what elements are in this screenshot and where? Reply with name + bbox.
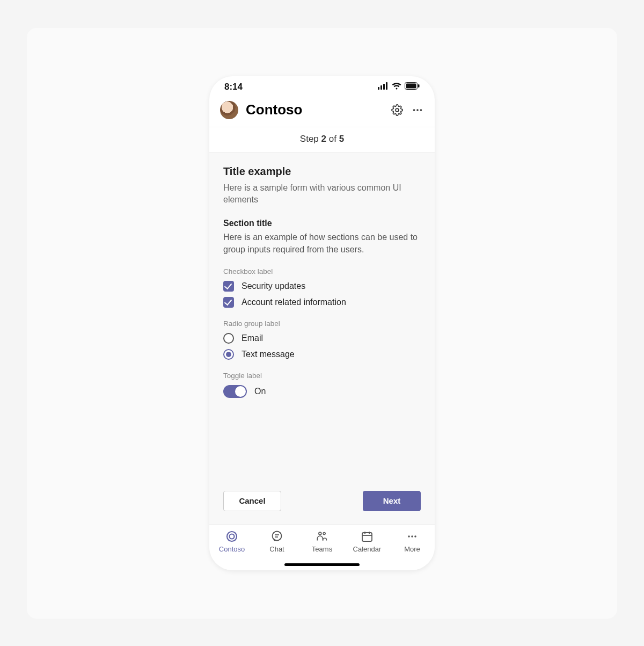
checkbox-checked-icon[interactable] bbox=[223, 297, 234, 308]
battery-icon bbox=[405, 82, 420, 92]
phone-frame: 8:14 Contoso bbox=[209, 76, 435, 570]
toggle-on[interactable] bbox=[223, 385, 247, 398]
svg-rect-5 bbox=[406, 83, 416, 88]
step-current: 2 bbox=[321, 134, 326, 144]
svg-rect-0 bbox=[378, 87, 379, 90]
section-desc: Here is an example of how sections can b… bbox=[223, 231, 421, 256]
teams-icon bbox=[316, 530, 328, 543]
svg-rect-18 bbox=[362, 533, 372, 541]
radio-option[interactable]: Text message bbox=[223, 349, 421, 360]
tab-label: Calendar bbox=[353, 545, 382, 553]
contoso-app-icon bbox=[225, 530, 238, 543]
cellular-icon bbox=[378, 82, 389, 92]
more-horizontal-icon bbox=[406, 530, 419, 543]
svg-point-23 bbox=[411, 535, 413, 538]
checkbox-group-label: Checkbox label bbox=[223, 267, 421, 275]
step-of: of bbox=[329, 134, 336, 144]
more-horizontal-icon[interactable] bbox=[411, 104, 424, 117]
svg-point-12 bbox=[230, 534, 235, 539]
home-indicator[interactable] bbox=[284, 563, 360, 566]
svg-point-7 bbox=[396, 108, 399, 112]
page-subtitle: Here is a sample form with various commo… bbox=[223, 182, 421, 206]
wifi-icon bbox=[392, 82, 401, 92]
svg-point-22 bbox=[408, 535, 410, 538]
next-button[interactable]: Next bbox=[363, 491, 421, 511]
checkbox-option[interactable]: Security updates bbox=[223, 281, 421, 292]
tab-label: Contoso bbox=[219, 545, 245, 553]
tab-more[interactable]: More bbox=[390, 525, 435, 570]
cancel-button[interactable]: Cancel bbox=[223, 491, 281, 511]
radio-group-label: Radio group label bbox=[223, 320, 421, 328]
section-title: Section title bbox=[223, 219, 421, 228]
chat-icon bbox=[270, 530, 283, 543]
svg-point-24 bbox=[414, 535, 416, 538]
svg-rect-2 bbox=[383, 84, 385, 90]
status-bar: 8:14 bbox=[209, 76, 435, 98]
stage: 8:14 Contoso bbox=[27, 28, 617, 619]
app-title: Contoso bbox=[246, 101, 383, 118]
app-header: Contoso bbox=[209, 98, 435, 127]
step-indicator: Step 2 of 5 bbox=[209, 127, 435, 153]
cancel-button-label: Cancel bbox=[239, 496, 265, 505]
svg-rect-3 bbox=[386, 82, 387, 90]
tab-label: Chat bbox=[269, 545, 284, 553]
svg-point-9 bbox=[416, 109, 419, 111]
status-time: 8:14 bbox=[224, 82, 243, 92]
toggle-row: On bbox=[223, 385, 421, 398]
radio-option-label: Text message bbox=[241, 350, 295, 359]
toggle-value-label: On bbox=[254, 387, 266, 396]
tab-label: Teams bbox=[312, 545, 332, 553]
checkbox-option-label: Account related information bbox=[241, 297, 346, 307]
svg-rect-6 bbox=[418, 84, 420, 88]
checkbox-checked-icon[interactable] bbox=[223, 281, 234, 292]
svg-point-8 bbox=[413, 109, 415, 111]
button-row: Cancel Next bbox=[223, 489, 421, 516]
next-button-label: Next bbox=[383, 496, 401, 505]
svg-point-17 bbox=[323, 532, 325, 534]
avatar[interactable] bbox=[220, 101, 238, 119]
radio-option[interactable]: Email bbox=[223, 333, 421, 344]
tab-contoso[interactable]: Contoso bbox=[209, 525, 254, 570]
form-content: Title example Here is a sample form with… bbox=[209, 153, 435, 524]
calendar-icon bbox=[361, 530, 374, 543]
svg-rect-1 bbox=[380, 85, 382, 90]
radio-option-label: Email bbox=[241, 333, 263, 343]
checkbox-option-label: Security updates bbox=[241, 281, 305, 291]
page-title: Title example bbox=[223, 165, 421, 178]
svg-point-13 bbox=[273, 531, 282, 540]
svg-point-11 bbox=[227, 532, 237, 541]
spacer bbox=[223, 398, 421, 488]
toggle-label: Toggle label bbox=[223, 372, 421, 380]
svg-point-16 bbox=[319, 532, 321, 535]
svg-point-10 bbox=[420, 109, 422, 111]
tab-label: More bbox=[404, 545, 420, 553]
radio-selected-icon[interactable] bbox=[223, 349, 234, 360]
step-prefix: Step bbox=[300, 134, 319, 144]
step-total: 5 bbox=[339, 134, 344, 144]
radio-unselected-icon[interactable] bbox=[223, 333, 234, 344]
gear-icon[interactable] bbox=[391, 104, 404, 117]
checkbox-option[interactable]: Account related information bbox=[223, 297, 421, 308]
status-icons bbox=[378, 82, 420, 92]
